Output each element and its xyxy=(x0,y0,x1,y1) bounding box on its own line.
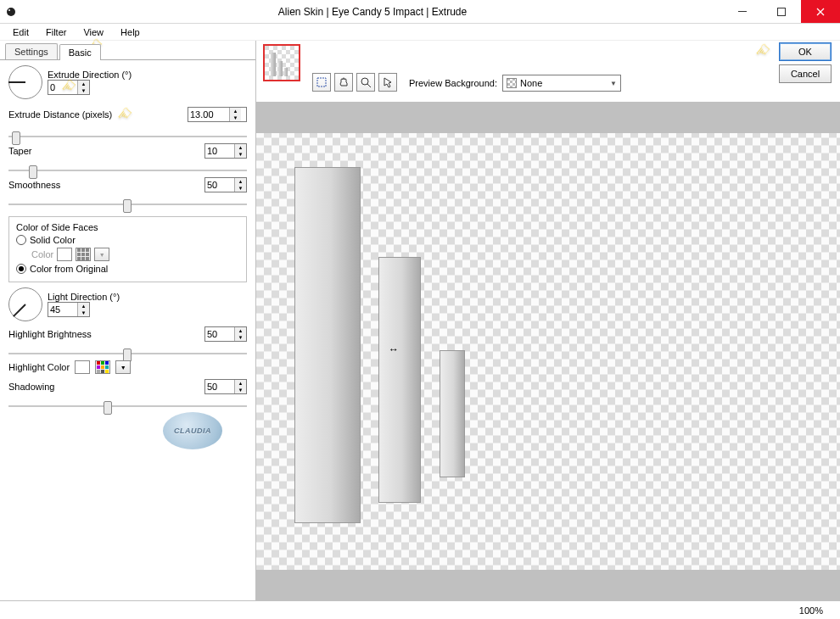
spin-down-icon[interactable]: ▼ xyxy=(235,334,246,341)
svg-rect-3 xyxy=(778,8,786,15)
svg-point-5 xyxy=(361,78,368,85)
cancel-button[interactable]: Cancel xyxy=(779,64,832,83)
smoothness-slider[interactable] xyxy=(8,198,247,211)
light-direction-value[interactable] xyxy=(48,303,77,316)
shadowing-row: Shadowing ▲▼ xyxy=(8,379,247,394)
light-direction-dial[interactable] xyxy=(8,287,42,321)
preview-thumbnail[interactable] xyxy=(263,44,300,81)
titlebar: Alien Skin | Eye Candy 5 Impact | Extrud… xyxy=(0,0,840,24)
hand-tool-icon[interactable] xyxy=(334,73,353,92)
tab-basic[interactable]: Basic xyxy=(59,44,101,60)
smoothness-row: Smoothness ▲▼ xyxy=(8,177,247,192)
pointer-hand-icon: ☞ xyxy=(750,38,776,63)
shadowing-slider[interactable] xyxy=(8,399,247,413)
highlight-color-palette-button[interactable] xyxy=(95,360,110,374)
svg-point-1 xyxy=(8,9,10,11)
solid-color-radio[interactable]: Solid Color xyxy=(16,235,239,245)
smoothness-label: Smoothness xyxy=(8,180,60,190)
highlight-color-row: Highlight Color ▼ xyxy=(8,360,247,374)
smoothness-value[interactable] xyxy=(205,178,234,192)
spin-down-icon[interactable]: ▼ xyxy=(235,387,246,393)
close-button[interactable] xyxy=(801,0,840,23)
direction-dial[interactable] xyxy=(8,65,42,99)
shadowing-input[interactable]: ▲▼ xyxy=(204,379,247,394)
spin-down-icon[interactable]: ▼ xyxy=(78,87,89,94)
extruded-bar xyxy=(378,257,421,503)
spin-up-icon[interactable]: ▲ xyxy=(235,178,246,185)
preview-bg-select[interactable]: None ▼ xyxy=(502,75,621,92)
app-icon xyxy=(0,6,22,18)
settings-panel: Settings Basic ☞ Extrude Direction (°) ▲… xyxy=(0,41,256,600)
spin-up-icon[interactable]: ▲ xyxy=(235,144,246,151)
spin-down-icon[interactable]: ▼ xyxy=(235,151,246,158)
taper-row: Taper ▲▼ xyxy=(8,143,247,159)
spin-up-icon[interactable]: ▲ xyxy=(235,380,246,387)
svg-rect-2 xyxy=(738,11,747,12)
svg-rect-4 xyxy=(317,78,326,86)
chevron-down-icon: ▼ xyxy=(610,80,617,87)
highlight-brightness-label: Highlight Brightness xyxy=(8,329,92,339)
menu-edit[interactable]: Edit xyxy=(5,25,36,39)
statusbar: 100% xyxy=(0,600,840,619)
svg-point-0 xyxy=(7,8,15,16)
taper-slider[interactable] xyxy=(8,164,247,177)
highlight-brightness-value[interactable] xyxy=(205,327,234,341)
highlight-brightness-input[interactable]: ▲▼ xyxy=(204,326,247,342)
extrude-distance-row: Extrude Distance (pixels) ☞ ▲▼ xyxy=(8,104,247,125)
spin-up-icon[interactable]: ▲ xyxy=(78,303,89,310)
maximize-button[interactable] xyxy=(762,0,801,23)
preview-canvas[interactable]: ↔ xyxy=(256,102,840,600)
light-direction-input[interactable]: ▲▼ xyxy=(48,302,90,317)
color-palette-button xyxy=(76,248,91,261)
solid-color-label: Solid Color xyxy=(30,235,76,245)
spin-up-icon[interactable]: ▲ xyxy=(235,327,246,334)
preview-bg-label: Preview Background: xyxy=(409,78,497,88)
solid-color-picker-row: Color ▼ xyxy=(31,248,239,261)
menu-help[interactable]: Help xyxy=(113,25,148,39)
highlight-brightness-slider[interactable] xyxy=(8,347,247,360)
spin-down-icon[interactable]: ▼ xyxy=(235,185,246,192)
zoom-tool-icon[interactable] xyxy=(356,73,375,92)
menu-filter[interactable]: Filter xyxy=(38,25,74,39)
extrude-direction-row: Extrude Direction (°) ▲▼ ☞ xyxy=(8,65,247,99)
highlight-color-label: Highlight Color xyxy=(8,362,70,372)
shadowing-label: Shadowing xyxy=(8,382,54,392)
dropdown-icon: ▼ xyxy=(94,248,109,261)
dropdown-icon[interactable]: ▼ xyxy=(115,360,131,374)
extrude-distance-value[interactable] xyxy=(188,108,229,121)
extrude-distance-slider[interactable] xyxy=(8,130,247,143)
color-sublabel: Color xyxy=(31,249,53,259)
tab-settings[interactable]: Settings xyxy=(5,43,58,59)
minimize-button[interactable] xyxy=(723,0,762,23)
extrude-direction-value[interactable] xyxy=(48,81,77,94)
spin-up-icon[interactable]: ▲ xyxy=(78,81,89,87)
light-direction-row: Light Direction (°) ▲▼ xyxy=(8,287,247,321)
extrude-direction-label: Extrude Direction (°) xyxy=(48,70,247,80)
spin-down-icon[interactable]: ▼ xyxy=(230,114,241,121)
extrude-distance-input[interactable]: ▲▼ xyxy=(188,107,247,122)
extruded-bar xyxy=(440,350,465,477)
shadowing-value[interactable] xyxy=(205,380,234,393)
taper-label: Taper xyxy=(8,146,32,156)
extrude-direction-input[interactable]: ▲▼ xyxy=(48,80,90,95)
marquee-tool-icon[interactable] xyxy=(312,73,331,92)
color-swatch xyxy=(57,248,72,261)
ok-button[interactable]: OK xyxy=(779,42,832,61)
spin-up-icon[interactable]: ▲ xyxy=(230,108,241,114)
smoothness-input[interactable]: ▲▼ xyxy=(204,177,247,192)
zoom-level: 100% xyxy=(799,605,823,616)
highlight-color-swatch[interactable] xyxy=(75,360,90,374)
pointer-tool-icon[interactable] xyxy=(378,73,397,92)
svg-line-6 xyxy=(367,84,371,87)
taper-input[interactable]: ▲▼ xyxy=(204,143,247,159)
color-side-faces-group: Color of Side Faces Solid Color Color ▼ … xyxy=(8,216,247,282)
color-from-original-radio[interactable]: Color from Original xyxy=(16,264,239,274)
checker-icon xyxy=(507,78,517,88)
spin-down-icon[interactable]: ▼ xyxy=(78,310,89,316)
menu-view[interactable]: View xyxy=(76,25,111,39)
taper-value[interactable] xyxy=(205,144,234,158)
color-from-original-label: Color from Original xyxy=(30,264,108,274)
extruded-bar xyxy=(294,167,361,523)
move-cursor-icon: ↔ xyxy=(389,343,399,355)
watermark-badge: CLAUDIA xyxy=(163,412,222,449)
